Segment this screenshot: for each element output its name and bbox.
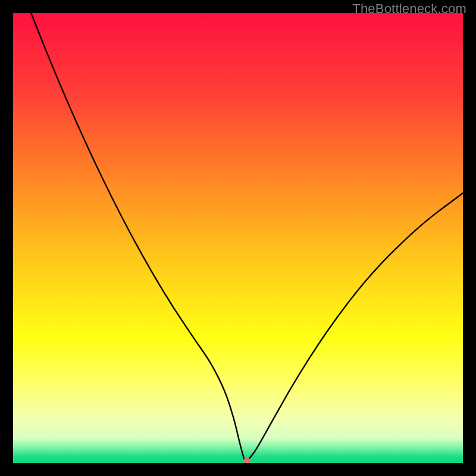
plot-area [13,13,463,463]
chart-frame: TheBottleneck.com [0,0,476,476]
gradient-background [13,13,463,463]
plot-svg [13,13,463,463]
watermark-text: TheBottleneck.com [352,1,466,17]
